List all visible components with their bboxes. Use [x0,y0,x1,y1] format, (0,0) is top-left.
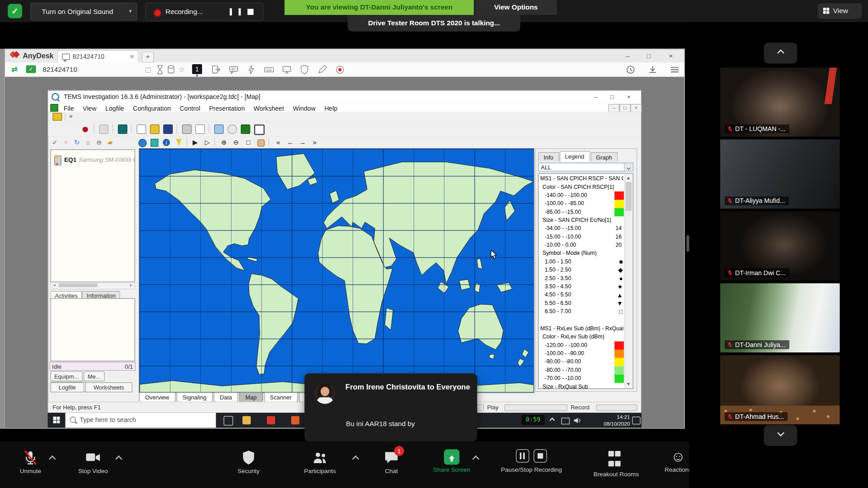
monitor-off-icon[interactable]: ▢ [144,65,153,74]
tab-signaling[interactable]: Signaling [176,392,212,402]
tems-maximize-button[interactable]: □ [604,92,620,101]
tray-expand-icon[interactable] [550,417,554,423]
pause-stop-recording-button[interactable]: Pause/Stop Recording [487,447,576,473]
zoom-in-icon[interactable]: ⊕ [219,137,229,147]
tray-display-icon[interactable] [561,418,570,424]
new-tab-button[interactable]: + [142,52,154,62]
whiteboard-pencil-icon[interactable] [317,65,327,75]
download-icon[interactable] [648,65,658,75]
activities-panel[interactable] [50,298,135,361]
events-icon[interactable] [176,139,181,145]
chat-notification-popup[interactable]: From Irene Christovita to Everyone Bu in… [304,374,477,442]
pan-hand-icon[interactable] [257,140,264,147]
keyboard-icon[interactable] [264,65,274,75]
actions-lightning-icon[interactable] [246,65,256,75]
tab-worksheets[interactable]: Worksheets [85,382,132,392]
tems-titlebar[interactable]: TEMS Investigation 16.3.6 (Administrator… [48,91,641,103]
history-icon[interactable] [626,65,636,75]
participant-video-tile[interactable]: DT-Irman Dwi C... [720,211,840,281]
stop-video-button[interactable]: Stop Video [72,449,114,474]
expand-toolbar-icon[interactable]: » [69,113,73,119]
layers-icon[interactable] [151,139,158,146]
video-options-caret[interactable] [116,454,124,461]
tems-minimize-button[interactable]: – [588,92,603,101]
white-frame-icon[interactable] [254,125,264,135]
zoom-box-icon[interactable]: □ [243,137,254,147]
tab-data[interactable]: Data [214,392,238,402]
pause-recording-icon[interactable] [230,8,241,15]
tab-me[interactable]: Me... [84,371,104,381]
participants-caret[interactable] [353,454,361,461]
print-icon[interactable] [182,125,192,134]
select-plus-icon[interactable]: ▷ [202,137,212,147]
horizontal-scrollbar[interactable]: ◂ ▸ [50,282,135,289]
settings-gear-icon[interactable]: ☼ [82,136,93,148]
tab-info[interactable]: Info [538,152,559,162]
action-center-icon[interactable] [632,417,640,424]
presentation-icon[interactable] [214,125,224,134]
sessions-cylinder-icon[interactable] [166,65,176,75]
scrollbar-thumb[interactable] [626,182,632,211]
open-file-icon[interactable] [150,125,160,134]
unmute-button[interactable]: Unmute [9,449,52,474]
scrollbar-thumb[interactable] [59,283,98,287]
tab-map[interactable]: Map [239,392,263,402]
app-icon-orange[interactable] [291,416,299,424]
session-record-icon[interactable] [335,65,345,75]
zoom-out-icon[interactable]: ⊖ [231,137,241,147]
file-transfer-icon[interactable] [211,65,221,75]
taskbar-clock[interactable]: 14:21 08/10/2020 [599,414,630,427]
step-forward-icon[interactable]: → [297,137,308,147]
tems-close-button[interactable]: × [621,92,637,101]
legend-filter-dropdown[interactable]: ALL [538,163,633,172]
refresh-icon[interactable]: ↻ [71,136,82,148]
session-address[interactable]: 821424710 [42,62,77,77]
activate-check-icon[interactable]: ✓ [49,136,60,148]
anydesk-close-button[interactable]: × [663,49,679,62]
tab-equipment[interactable]: Equipm... [50,371,82,381]
permissions-shield-icon[interactable] [299,65,309,75]
legend-list[interactable]: MS1 - SAN CPICH RSCP - SAN CPICH Ec Colo… [538,173,633,389]
scroll-down-button[interactable] [764,425,797,446]
green-book-icon[interactable] [241,125,250,134]
audio-options-caret[interactable] [50,454,57,461]
share-screen-button[interactable]: Share Screen [430,449,473,473]
print-preview-icon[interactable] [195,125,205,134]
step-back-icon[interactable]: ← [285,137,296,147]
goto-start-icon[interactable]: « [273,137,283,147]
display-settings-icon[interactable] [282,65,292,75]
anydesk-session-tab[interactable]: 821424710 ✕ [57,50,138,62]
chat-button[interactable]: Chat [370,449,412,474]
original-sound-button[interactable]: Turn on Original Sound [30,3,124,20]
security-button[interactable]: Security [227,449,269,474]
play-groove[interactable] [505,404,568,411]
menu-hamburger-icon[interactable] [670,65,680,75]
view-options-button[interactable]: View Options [475,0,557,15]
file-explorer-icon[interactable] [242,416,250,424]
participants-button[interactable]: Participants [299,449,341,474]
new-file-icon[interactable] [137,125,146,134]
equipment-list[interactable]: EQ1 Samsung SM-G900I ODN [50,150,135,282]
scroll-up-button[interactable] [764,42,797,64]
task-view-icon[interactable] [224,416,233,426]
tray-speaker-icon[interactable] [574,417,581,425]
select-arrow-icon[interactable]: ▶ [190,137,200,147]
legend-scrollbar[interactable]: ▲ ▼ [624,174,632,388]
stop-recording-icon[interactable] [247,9,253,15]
open-workspace-icon[interactable] [52,113,62,121]
hourglass-icon[interactable] [155,65,165,75]
record-logfile-icon[interactable] [82,127,88,132]
session-swap-icon[interactable]: ⇄ [9,65,19,75]
record-groove[interactable] [596,404,637,411]
notebook-icon[interactable] [118,125,127,134]
mdi-close-button[interactable]: × [631,104,642,112]
help-icon[interactable] [227,125,237,134]
anydesk-maximize-button[interactable]: □ [641,49,657,62]
windows-start-button[interactable] [53,417,61,424]
rotate-icon[interactable] [99,125,108,134]
goto-end-icon[interactable]: » [309,137,320,147]
participant-video-tile[interactable]: DT-Ahmad Hus... [720,355,840,424]
tab-overview[interactable]: Overview [139,392,175,402]
taskbar-search[interactable]: Type here to search [65,413,216,427]
participant-video-tile[interactable]: DT-Aliyya Mufid... [720,140,840,209]
